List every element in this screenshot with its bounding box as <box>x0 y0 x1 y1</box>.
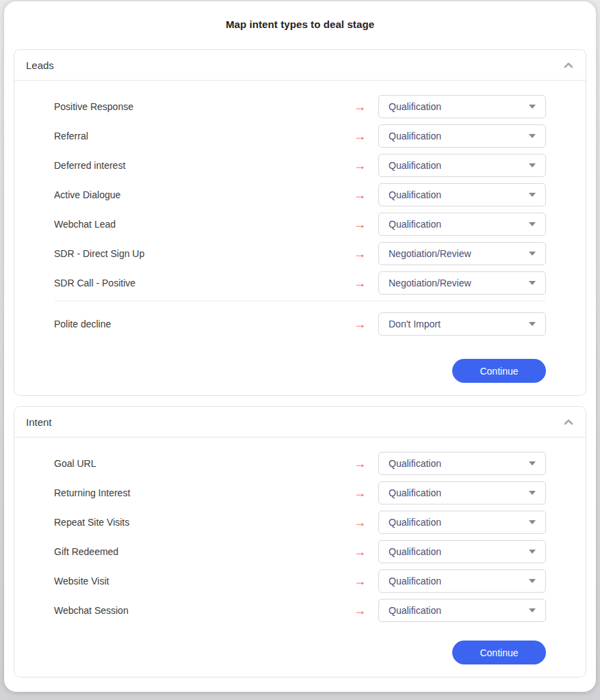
mapping-row: Goal URL → Qualification <box>54 452 546 475</box>
intent-type-label: Repeat Site Visits <box>54 517 354 528</box>
section-title: Leads <box>26 59 54 71</box>
deal-stage-select[interactable]: Qualification <box>378 540 546 563</box>
intent-type-label: SDR - Direct Sign Up <box>54 248 354 259</box>
selected-deal-stage: Qualification <box>389 517 441 528</box>
section-intent-actions: Continue <box>54 641 546 664</box>
mapping-row: Positive Response → Qualification <box>54 95 546 118</box>
section-leads-header[interactable]: Leads <box>14 50 586 81</box>
arrow-right-icon: → <box>354 457 366 470</box>
selected-deal-stage: Negotiation/Review <box>389 278 471 288</box>
intent-type-label: Referral <box>54 131 354 142</box>
caret-down-icon <box>529 252 536 256</box>
caret-down-icon <box>529 608 536 612</box>
section-intent-header[interactable]: Intent <box>14 407 586 438</box>
chevron-up-icon <box>564 62 573 68</box>
deal-stage-select[interactable]: Negotiation/Review <box>378 242 546 265</box>
mapping-row: Returning Interest → Qualification <box>54 481 546 504</box>
continue-button[interactable]: Continue <box>452 641 546 664</box>
caret-down-icon <box>529 105 536 109</box>
intent-type-label: Returning Interest <box>54 487 354 498</box>
selected-deal-stage: Qualification <box>389 605 441 616</box>
selected-deal-stage: Don't Import <box>389 319 441 329</box>
chevron-up-icon <box>564 419 573 425</box>
intent-type-label: Active Dialogue <box>54 189 354 200</box>
caret-down-icon <box>529 520 536 524</box>
selected-deal-stage: Qualification <box>389 160 441 171</box>
arrow-right-icon: → <box>354 318 366 330</box>
arrow-right-icon: → <box>354 159 366 172</box>
deal-stage-select[interactable]: Qualification <box>378 481 546 504</box>
intent-type-label: Goal URL <box>54 458 354 469</box>
collapse-section-button[interactable] <box>564 419 573 425</box>
deal-stage-select[interactable]: Negotiation/Review <box>378 271 546 295</box>
selected-deal-stage: Qualification <box>389 131 441 142</box>
mapping-row: SDR - Direct Sign Up → Negotiation/Revie… <box>54 242 546 265</box>
deal-stage-select[interactable]: Qualification <box>378 124 546 148</box>
section-title: Intent <box>26 416 52 428</box>
arrow-right-icon: → <box>354 277 366 289</box>
caret-down-icon <box>529 222 536 226</box>
arrow-right-icon: → <box>354 604 366 617</box>
mapping-row: Polite decline → Don't Import <box>54 312 546 336</box>
collapse-section-button[interactable] <box>564 62 573 68</box>
continue-button[interactable]: Continue <box>452 359 546 383</box>
arrow-right-icon: → <box>354 218 366 230</box>
page-title: Map intent types to deal stage <box>4 1 596 31</box>
caret-down-icon <box>529 281 536 285</box>
arrow-right-icon: → <box>354 546 366 558</box>
caret-down-icon <box>529 134 536 138</box>
selected-deal-stage: Qualification <box>389 101 441 112</box>
deal-stage-select[interactable]: Qualification <box>378 511 546 534</box>
deal-stage-select[interactable]: Qualification <box>378 183 546 206</box>
arrow-right-icon: → <box>354 189 366 201</box>
mapping-row: Webchat Lead → Qualification <box>54 213 546 236</box>
selected-deal-stage: Qualification <box>389 189 441 200</box>
intent-type-label: Webchat Session <box>54 605 354 616</box>
map-intent-modal: Map intent types to deal stage Leads Pos… <box>4 1 596 692</box>
selected-deal-stage: Negotiation/Review <box>389 248 471 259</box>
intent-type-label: Gift Redeemed <box>54 546 354 557</box>
section-leads-actions: Continue <box>54 359 546 383</box>
intent-type-label: Webchat Lead <box>54 219 354 230</box>
deal-stage-select[interactable]: Qualification <box>378 95 546 118</box>
arrow-right-icon: → <box>354 487 366 499</box>
section-divider <box>54 301 546 301</box>
section-intent-body: Goal URL → Qualification Returning Inter… <box>14 438 586 677</box>
mapping-row: Webchat Session → Qualification <box>54 599 546 622</box>
mapping-row: Gift Redeemed → Qualification <box>54 540 546 563</box>
arrow-right-icon: → <box>354 100 366 113</box>
arrow-right-icon: → <box>354 130 366 142</box>
deal-stage-select[interactable]: Qualification <box>378 452 546 475</box>
mapping-row: SDR Call - Positive → Negotiation/Review <box>54 271 546 295</box>
section-intent: Intent Goal URL → Qualification Returnin… <box>14 406 586 677</box>
caret-down-icon <box>529 322 536 326</box>
selected-deal-stage: Qualification <box>389 458 441 469</box>
mapping-row: Website Visit → Qualification <box>54 569 546 593</box>
caret-down-icon <box>529 461 536 466</box>
mapping-row: Repeat Site Visits → Qualification <box>54 511 546 534</box>
selected-deal-stage: Qualification <box>389 546 441 557</box>
intent-type-label: Polite decline <box>54 319 354 329</box>
caret-down-icon <box>529 550 536 554</box>
mapping-row: Deferred interest → Qualification <box>54 154 546 177</box>
caret-down-icon <box>529 491 536 495</box>
selected-deal-stage: Qualification <box>389 576 441 587</box>
mapping-row: Active Dialogue → Qualification <box>54 183 546 206</box>
intent-type-label: Deferred interest <box>54 160 354 171</box>
selected-deal-stage: Qualification <box>389 219 441 230</box>
mapping-row: Referral → Qualification <box>54 124 546 148</box>
caret-down-icon <box>529 193 536 197</box>
deal-stage-select[interactable]: Qualification <box>378 154 546 177</box>
deal-stage-select[interactable]: Qualification <box>378 569 546 593</box>
intent-type-label: Positive Response <box>54 101 354 112</box>
intent-type-label: Website Visit <box>54 576 354 587</box>
arrow-right-icon: → <box>354 575 366 587</box>
deal-stage-select[interactable]: Qualification <box>378 213 546 236</box>
intent-type-label: SDR Call - Positive <box>54 278 354 288</box>
deal-stage-select[interactable]: Don't Import <box>378 312 546 336</box>
arrow-right-icon: → <box>354 247 366 260</box>
deal-stage-select[interactable]: Qualification <box>378 599 546 622</box>
caret-down-icon <box>529 579 536 583</box>
caret-down-icon <box>529 163 536 167</box>
section-leads-body: Positive Response → Qualification Referr… <box>14 81 586 395</box>
